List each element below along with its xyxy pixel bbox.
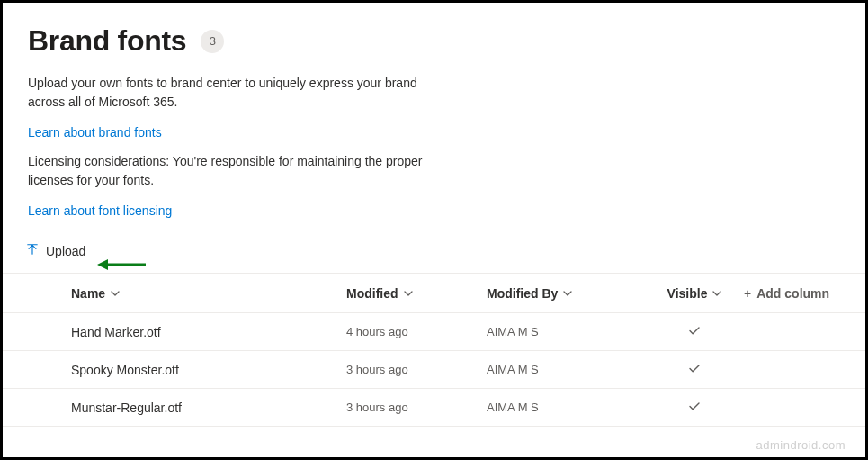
chevron-down-icon	[563, 286, 572, 301]
cell-modifiedby: AIMA M S	[487, 363, 645, 376]
page-title: Brand fonts	[28, 24, 186, 58]
upload-label: Upload	[46, 244, 85, 258]
cell-name: Hand Marker.otf	[71, 325, 346, 339]
plus-icon: +	[744, 286, 751, 301]
learn-brand-fonts-link[interactable]: Learn about brand fonts	[28, 125, 162, 140]
cell-modified: 4 hours ago	[346, 325, 487, 338]
table-row[interactable]: Spooky Monster.otf3 hours agoAIMA M S	[3, 351, 865, 389]
watermark: admindroid.com	[756, 438, 846, 452]
licensing-text: Licensing considerations: You're respons…	[28, 152, 433, 190]
check-icon	[688, 324, 701, 339]
check-icon	[688, 400, 701, 415]
col-header-visible-label: Visible	[667, 286, 708, 301]
intro-text: Upload your own fonts to brand center to…	[28, 74, 433, 112]
col-header-modified-label: Modified	[346, 286, 398, 301]
cell-modifiedby: AIMA M S	[487, 401, 645, 414]
upload-button[interactable]: Upload	[24, 239, 87, 262]
col-header-modified[interactable]: Modified	[346, 286, 413, 301]
cell-name: Munstar-Regular.otf	[71, 401, 346, 415]
chevron-down-icon	[712, 286, 721, 301]
cell-modifiedby: AIMA M S	[487, 325, 645, 338]
col-header-modifiedby-label: Modified By	[487, 286, 558, 301]
col-header-visible[interactable]: Visible	[667, 286, 722, 301]
cell-name: Spooky Monster.otf	[71, 363, 346, 377]
cell-visible	[645, 400, 744, 415]
font-count-badge: 3	[201, 30, 224, 53]
cell-visible	[645, 324, 744, 339]
check-icon	[688, 362, 701, 377]
table-header: Name Modified Modified By Visible	[3, 274, 865, 313]
add-column-label: Add column	[756, 286, 829, 301]
cell-visible	[645, 362, 744, 377]
col-header-name[interactable]: Name	[71, 286, 120, 301]
add-column-button[interactable]: + Add column	[744, 286, 840, 301]
chevron-down-icon	[404, 286, 413, 301]
cell-modified: 3 hours ago	[346, 363, 487, 376]
chevron-down-icon	[111, 286, 120, 301]
cell-modified: 3 hours ago	[346, 401, 487, 414]
table-row[interactable]: Munstar-Regular.otf3 hours agoAIMA M S	[3, 389, 865, 427]
table-row[interactable]: Hand Marker.otf4 hours agoAIMA M S	[3, 313, 865, 351]
fonts-table: Name Modified Modified By Visible	[3, 274, 865, 427]
learn-font-licensing-link[interactable]: Learn about font licensing	[28, 203, 172, 218]
col-header-name-label: Name	[71, 286, 105, 301]
upload-icon	[26, 243, 39, 258]
col-header-modifiedby[interactable]: Modified By	[487, 286, 572, 301]
